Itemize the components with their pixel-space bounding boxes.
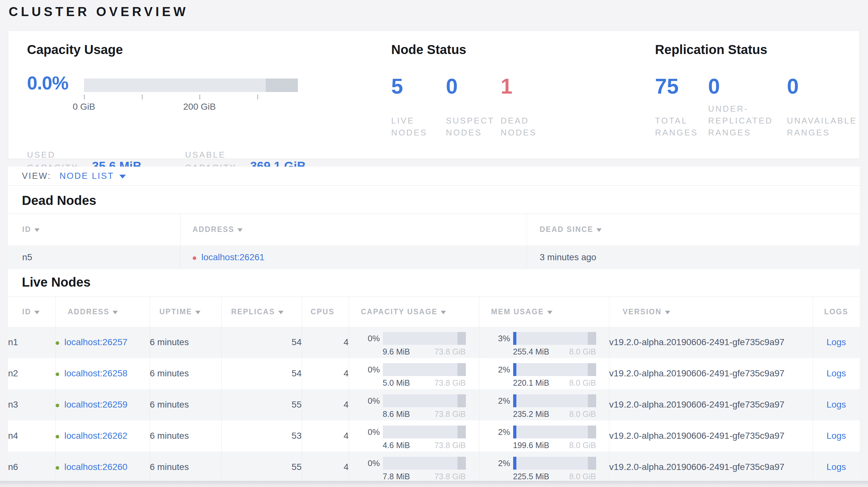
mem-percent-label: 3% (492, 332, 510, 345)
mem-total-value: 8.0 GiB (569, 410, 596, 419)
live-node-address-link[interactable]: localhost:26257 (64, 337, 127, 347)
live-node-id: n1 (8, 327, 55, 358)
sort-arrow-icon (238, 228, 243, 232)
live-node-mem-cell: 2% 225.5 MiB 8.0 GiB (479, 452, 609, 483)
live-node-capacity-cell: 0% 4.6 MiB 73.8 GiB (349, 420, 479, 452)
live-col-header-id[interactable]: ID (8, 297, 55, 327)
under-replicated-ranges-count: 0 (708, 75, 787, 97)
capacity-used-value: 4.6 MiB (383, 441, 410, 450)
live-node-logs-cell: Logs (813, 327, 860, 358)
live-node-cpus: 4 (302, 389, 349, 420)
view-dropdown[interactable]: NODE LIST (60, 171, 126, 181)
unavailable-ranges-count: 0 (787, 75, 858, 97)
live-node-row: n4 localhost:26262 6 minutes 53 4 0% 4.6… (8, 420, 860, 452)
dead-nodes-table: ID ADDRESS DEAD SINCE n5 localhost:26261… (8, 214, 860, 269)
live-node-address-cell: localhost:26259 (55, 389, 150, 420)
live-status-dot-icon (56, 372, 59, 376)
live-node-cpus: 4 (302, 358, 349, 389)
dead-col-header-address[interactable]: ADDRESS (180, 214, 527, 246)
capacity-usage-bar (383, 457, 466, 469)
live-col-header-capacity-usage[interactable]: CAPACITY USAGE (349, 297, 479, 327)
logs-link[interactable]: Logs (827, 337, 846, 347)
mem-percent-label: 2% (492, 363, 510, 376)
mem-used-value: 220.1 MiB (513, 378, 550, 388)
live-node-cpus: 4 (302, 327, 349, 358)
mem-total-value: 8.0 GiB (569, 347, 596, 356)
live-col-header-replicas[interactable]: REPLICAS (221, 297, 302, 327)
live-node-capacity-cell: 0% 8.6 MiB 73.8 GiB (349, 389, 479, 420)
live-node-mem-cell: 2% 220.1 MiB 8.0 GiB (479, 358, 609, 389)
axis-tick-label: 0 GiB (73, 102, 95, 112)
suspect-nodes-label: SUSPECT NODES (446, 115, 494, 139)
mem-usage-bar (513, 363, 596, 376)
live-node-logs-cell: Logs (813, 358, 860, 389)
live-nodes-count: 5 (391, 75, 446, 97)
live-node-replicas: 54 (221, 327, 302, 358)
logs-link[interactable]: Logs (827, 399, 846, 410)
mem-used-value: 225.5 MiB (513, 472, 550, 481)
mem-bar-fill (513, 457, 516, 469)
capacity-usage-bar (383, 363, 466, 376)
live-node-address-link[interactable]: localhost:26259 (64, 399, 127, 410)
capacity-usage-panel: Capacity Usage 0.0% 0 GiB 200 GiB USED C… (22, 31, 379, 159)
live-node-address-cell: localhost:26262 (55, 420, 150, 452)
capacity-total-value: 73.8 GiB (434, 378, 466, 388)
sort-arrow-icon (665, 311, 670, 314)
dead-col-header-dead-since[interactable]: DEAD SINCE (527, 214, 860, 246)
chevron-down-icon (119, 175, 126, 178)
capacity-total-value: 73.8 GiB (434, 347, 466, 356)
view-dropdown-value[interactable]: NODE LIST (60, 171, 114, 181)
capacity-bar-reserved-segment (458, 394, 466, 407)
live-col-header-cpus: CPUS (302, 297, 349, 327)
live-node-version: v19.2.0-alpha.20190606-2491-gfe735c9a97 (609, 452, 813, 483)
mem-usage-bar (513, 426, 596, 439)
live-col-header-mem-usage[interactable]: MEM USAGE (479, 297, 609, 327)
bottom-shade (0, 481, 868, 487)
live-status-dot-icon (56, 341, 59, 345)
live-col-header-address[interactable]: ADDRESS (55, 297, 150, 327)
mem-bar-reserved-segment (588, 394, 596, 407)
capacity-percent-label: 0% (362, 426, 380, 439)
live-node-capacity-cell: 0% 7.8 MiB 73.8 GiB (349, 452, 479, 483)
live-node-row: n1 localhost:26257 6 minutes 54 4 0% 9.6… (8, 327, 860, 358)
mem-bar-reserved-segment (588, 457, 596, 469)
dead-col-header-id[interactable]: ID (8, 214, 180, 246)
sort-arrow-icon (34, 228, 39, 232)
live-node-version: v19.2.0-alpha.20190606-2491-gfe735c9a97 (609, 358, 813, 389)
live-col-header-uptime[interactable]: UPTIME (150, 297, 221, 327)
capacity-used-value: 7.8 MiB (383, 472, 410, 481)
live-node-address-link[interactable]: localhost:26260 (64, 462, 127, 472)
mem-bar-fill (513, 426, 516, 439)
live-node-id: n2 (8, 358, 55, 389)
live-col-header-version[interactable]: VERSION (609, 297, 813, 327)
logs-link[interactable]: Logs (827, 368, 846, 378)
live-node-logs-cell: Logs (813, 389, 860, 420)
node-status-stats: 5 LIVE NODES 0 SUSPECT NODES 1 DEAD NODE… (391, 75, 555, 139)
mem-bar-reserved-segment (588, 332, 596, 345)
live-node-row: n2 localhost:26258 6 minutes 54 4 0% 5.0… (8, 358, 860, 389)
mem-usage-bar (513, 332, 596, 345)
dead-nodes-heading: Dead Nodes (22, 193, 96, 208)
live-node-version: v19.2.0-alpha.20190606-2491-gfe735c9a97 (609, 389, 813, 420)
logs-link[interactable]: Logs (827, 431, 846, 441)
live-node-uptime: 6 minutes (150, 389, 221, 420)
mem-usage-bar (513, 457, 596, 469)
axis-tick (199, 95, 200, 99)
capacity-bar-reserved-segment (458, 363, 466, 376)
live-node-address-link[interactable]: localhost:26262 (64, 431, 127, 441)
dead-node-address-link[interactable]: localhost:26261 (202, 252, 265, 262)
sort-arrow-icon (34, 311, 39, 314)
capacity-percent-label: 0% (362, 394, 380, 407)
capacity-bar-reserved-segment (458, 332, 466, 345)
dead-nodes-count: 1 (501, 75, 555, 97)
live-node-replicas: 55 (221, 389, 302, 420)
live-node-uptime: 6 minutes (150, 420, 221, 452)
logs-link[interactable]: Logs (827, 462, 846, 472)
capacity-bar: 0 GiB 200 GiB (84, 78, 298, 92)
live-status-dot-icon (56, 466, 59, 469)
live-node-address-link[interactable]: localhost:26258 (64, 368, 127, 378)
mem-percent-label: 2% (492, 426, 510, 439)
sort-arrow-icon (113, 311, 118, 314)
view-label: VIEW: (22, 171, 51, 181)
capacity-total-value: 73.8 GiB (434, 441, 466, 450)
